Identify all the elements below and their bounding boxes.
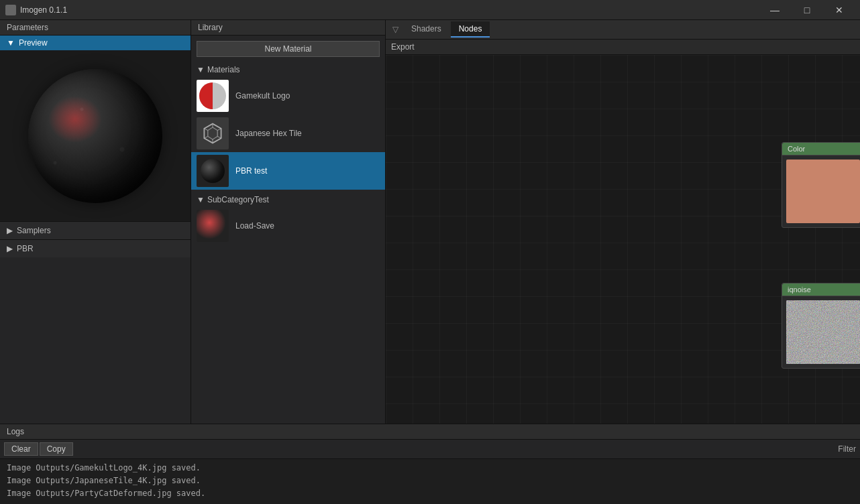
left-panel: Parameters ▼ Preview ▶ Samplers bbox=[0, 20, 191, 424]
thumb-sphere bbox=[201, 159, 225, 183]
logs-title: Logs bbox=[7, 427, 24, 436]
parameters-title: Parameters bbox=[7, 23, 48, 32]
pbr-section: ▶ PBR bbox=[0, 239, 191, 257]
samplers-label: Samplers bbox=[17, 226, 51, 235]
minimize-button[interactable]: — bbox=[759, 0, 790, 20]
content-row: Parameters ▼ Preview ▶ Samplers bbox=[0, 20, 860, 424]
material-thumb-loadsave bbox=[197, 210, 229, 242]
titlebar-controls: — □ ✕ bbox=[759, 0, 855, 20]
color-node[interactable]: Color bbox=[782, 142, 860, 228]
color-swatch bbox=[786, 160, 860, 223]
material-name-loadsave: Load-Save bbox=[235, 221, 274, 231]
material-item-loadsave[interactable]: Load-Save bbox=[191, 207, 385, 245]
library-title: Library bbox=[198, 23, 223, 32]
log-line-1: Image Outputs/GamekultLogo_4K.jpg saved. bbox=[7, 462, 853, 475]
logs-toolbar: Clear Copy Filter bbox=[0, 440, 860, 459]
sphere-preview bbox=[28, 69, 162, 203]
collapse-icon: ▼ bbox=[7, 38, 15, 48]
clear-button[interactable]: Clear bbox=[4, 442, 38, 456]
node-tabs: ▽ Shaders Nodes bbox=[386, 20, 860, 40]
sphere-craters bbox=[28, 69, 162, 203]
subcategory-header: ▼ SubCategoryTest bbox=[191, 192, 385, 207]
material-thumb-hex bbox=[197, 117, 229, 149]
material-name-hex: Japanese Hex Tile bbox=[235, 129, 302, 138]
iqnoise-node[interactable]: iqnoise bbox=[782, 283, 860, 369]
parameters-header: Parameters bbox=[0, 20, 191, 36]
preview-label: Preview bbox=[19, 38, 48, 48]
titlebar: Imogen 0.1.1 — □ ✕ bbox=[0, 0, 860, 20]
svg-marker-1 bbox=[208, 127, 217, 139]
tab-nodes[interactable]: Nodes bbox=[451, 21, 490, 38]
samplers-collapse-icon: ▶ bbox=[7, 226, 13, 235]
close-button[interactable]: ✕ bbox=[824, 0, 855, 20]
materials-section: ▼ Materials Gamekult Logo bbox=[191, 62, 385, 424]
material-name-gamekult: Gamekult Logo bbox=[235, 91, 290, 101]
preview-canvas bbox=[0, 50, 191, 221]
main-area: Parameters ▼ Preview ▶ Samplers bbox=[0, 20, 860, 504]
filter-label: Filter bbox=[838, 444, 856, 454]
right-side: Library New Material ▼ Materials bbox=[191, 20, 860, 424]
export-label: Export bbox=[391, 42, 415, 52]
noise-svg bbox=[786, 300, 860, 364]
gamekult-logo bbox=[199, 82, 226, 109]
preview-header: ▼ Preview bbox=[0, 36, 191, 50]
subcategory-label: SubCategoryTest bbox=[207, 195, 269, 204]
pbr-collapse-icon: ▶ bbox=[7, 244, 13, 253]
logs-panel: Logs Clear Copy Filter Image Outputs/Gam… bbox=[0, 424, 860, 504]
pbr-header[interactable]: ▶ PBR bbox=[0, 240, 191, 257]
preview-section: ▼ Preview bbox=[0, 36, 191, 221]
logs-header: Logs bbox=[0, 424, 860, 440]
app-icon bbox=[5, 5, 16, 15]
copy-button[interactable]: Copy bbox=[40, 442, 73, 456]
subcategory-collapse-icon: ▼ bbox=[197, 195, 205, 204]
material-thumb-pbr bbox=[197, 155, 229, 187]
tab-shaders[interactable]: Shaders bbox=[403, 21, 449, 38]
samplers-header[interactable]: ▶ Samplers bbox=[0, 222, 191, 239]
maximize-button[interactable]: □ bbox=[792, 0, 822, 20]
library-header: Library bbox=[191, 20, 385, 36]
samplers-section: ▶ Samplers bbox=[0, 221, 191, 239]
titlebar-left: Imogen 0.1.1 bbox=[5, 5, 67, 15]
material-item-hex[interactable]: Japanese Hex Tile bbox=[191, 115, 385, 152]
log-line-2: Image Outputs/JapaneseTile_4K.jpg saved. bbox=[7, 475, 853, 487]
filter-box: Filter bbox=[838, 444, 856, 454]
log-line-3: Image Outputs/PartyCatDeformed.jpg saved… bbox=[7, 487, 853, 500]
material-item-gamekult[interactable]: Gamekult Logo bbox=[191, 77, 385, 115]
gamekult-left-half bbox=[199, 82, 213, 109]
color-node-body bbox=[782, 155, 860, 227]
app-title: Imogen 0.1.1 bbox=[20, 5, 67, 15]
export-bar: Export bbox=[386, 40, 860, 55]
filter-icon: ▽ bbox=[388, 20, 402, 39]
node-editor: ▽ Shaders Nodes Export bbox=[386, 20, 860, 424]
material-name-pbr: PBR test bbox=[235, 166, 267, 176]
material-item-pbr[interactable]: PBR test bbox=[191, 152, 385, 190]
svg-rect-8 bbox=[786, 300, 860, 364]
noise-preview bbox=[786, 300, 860, 364]
iqnoise-node-title: iqnoise bbox=[782, 284, 860, 296]
library-panel: Library New Material ▼ Materials bbox=[191, 20, 386, 424]
materials-header: ▼ Materials bbox=[191, 62, 385, 77]
node-canvas[interactable]: Color iqnoise bbox=[386, 55, 860, 424]
hex-icon bbox=[201, 121, 225, 145]
material-thumb-gamekult bbox=[197, 80, 229, 112]
logs-content: Image Outputs/GamekultLogo_4K.jpg saved.… bbox=[0, 459, 860, 504]
materials-collapse-icon: ▼ bbox=[197, 65, 205, 74]
materials-label: Materials bbox=[207, 65, 240, 74]
loadsave-thumb-inner bbox=[197, 210, 229, 242]
new-material-button[interactable]: New Material bbox=[197, 41, 380, 57]
iqnoise-node-body bbox=[782, 296, 860, 368]
color-node-title: Color bbox=[782, 143, 860, 155]
pbr-label: PBR bbox=[17, 244, 34, 253]
